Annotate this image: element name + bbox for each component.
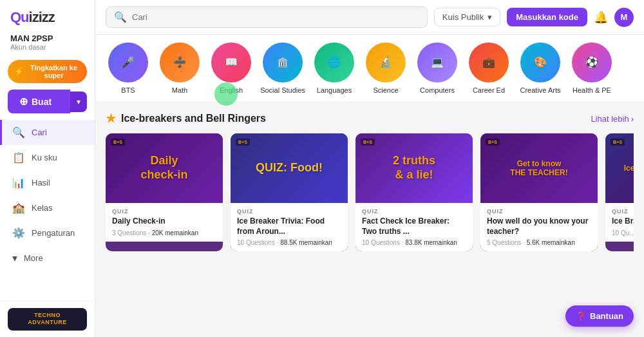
buat-button[interactable]: ⊕ Buat <box>8 90 70 113</box>
quiz-body-extra: QUIZ Ice Br... 10 Qu... <box>605 203 634 242</box>
quiz-type-food: QUIZ <box>237 208 341 215</box>
category-bts[interactable]: 🎤 BTS <box>106 43 151 94</box>
sidebar: Quizizz MAN 2PSP Akun dasar ⚡ Tingkatkan… <box>0 0 95 337</box>
quiz-thumb-daily: B+S Dailycheck-in <box>106 133 223 203</box>
quiz-meta-truths: 10 Questions · 83.8K memainkan <box>362 239 466 246</box>
notification-button[interactable]: 🔔 <box>594 10 608 24</box>
sidebar-item-more[interactable]: ▾ More <box>0 246 95 271</box>
quiz-type-teacher: QUIZ <box>487 208 591 215</box>
quiz-card-truths[interactable]: B+S 2 truths& a lie! QUIZ Fact Check Ice… <box>355 133 473 251</box>
svg-text:⚽: ⚽ <box>585 55 599 69</box>
category-circle-creative: 🎨 <box>520 43 560 82</box>
masukkan-button[interactable]: Masukkan kode <box>507 8 587 26</box>
category-label-social: Social Studies <box>260 86 305 94</box>
school-icon: 🏫 <box>12 202 25 214</box>
quiz-body-teacher: QUIZ How well do you know your teacher? … <box>480 203 598 251</box>
bell-icon: 🔔 <box>594 11 608 24</box>
sidebar-label-hasil: Hasil <box>32 178 50 188</box>
user-avatar[interactable]: M <box>614 8 634 27</box>
sidebar-item-hasil[interactable]: 📊 Hasil <box>0 170 95 195</box>
quiz-thumb-truths: B+S 2 truths& a lie! <box>355 133 473 203</box>
svg-text:📖: 📖 <box>225 55 238 69</box>
techno-line1: TECHNO <box>13 312 82 320</box>
quiz-card-daily[interactable]: B+S Dailycheck-in QUIZ Daily Check-in 3 … <box>106 133 223 251</box>
search-box[interactable]: 🔍 <box>106 6 428 28</box>
thumb-text-truths: 2 truths& a lie! <box>393 154 435 182</box>
category-circle-math: ➗ <box>160 43 200 82</box>
upgrade-button[interactable]: ⚡ Tingkatkan ke super <box>8 60 87 83</box>
category-health[interactable]: ⚽ Health & PE <box>569 43 614 94</box>
kuis-label: Kuis Publik <box>442 12 484 22</box>
category-label-english: English <box>220 86 243 94</box>
category-computers[interactable]: 💻 Computers <box>415 43 460 94</box>
category-label-creative: Creative Arts <box>520 86 561 94</box>
quiz-thumb-teacher: B+S Get to knowTHE TEACHER! <box>480 133 598 203</box>
category-circle-english: 📖 <box>211 43 251 82</box>
topbar: 🔍 Kuis Publik ▾ Masukkan kode 🔔 M <box>95 0 644 35</box>
sidebar-label-kelas: Kelas <box>32 203 53 213</box>
thumb-text-extra: Ice Br... <box>624 164 634 173</box>
quiz-card-food[interactable]: B+S QUIZ: Food! QUIZ Ice Breaker Trivia:… <box>231 133 348 251</box>
category-social[interactable]: 🏛️ Social Studies <box>260 43 305 94</box>
kuis-dropdown[interactable]: Kuis Publik ▾ <box>434 8 500 26</box>
main-content: 🔍 Kuis Publik ▾ Masukkan kode 🔔 M 🎤 BTS … <box>95 0 644 337</box>
bolt-icon: ⚡ <box>14 67 24 76</box>
bantuan-button[interactable]: ❓ Bantuan <box>565 305 634 327</box>
sidebar-item-pengaturan[interactable]: ⚙️ Pengaturan <box>0 220 95 246</box>
sidebar-item-kusku[interactable]: 📋 Ku sku <box>0 145 95 170</box>
lihat-lebih-link[interactable]: Lihat lebih › <box>591 114 634 124</box>
lihat-lebih-label: Lihat lebih <box>591 114 629 124</box>
category-career[interactable]: 💼 Career Ed <box>466 43 511 94</box>
category-english[interactable]: 📖 English <box>209 43 254 94</box>
category-lang[interactable]: 🌐 Languages <box>312 43 357 94</box>
category-circle-lang: 🌐 <box>314 43 354 82</box>
category-label-career: Career Ed <box>473 86 505 94</box>
quiz-body-truths: QUIZ Fact Check Ice Breaker: Two truths … <box>355 203 473 251</box>
quiz-card-extra[interactable]: B+S Ice Br... QUIZ Ice Br... 10 Qu... <box>605 133 634 251</box>
dropdown-arrow-icon: ▾ <box>488 12 492 22</box>
logo-area: Quizizz <box>0 0 95 31</box>
category-label-health: Health & PE <box>573 86 611 94</box>
sidebar-item-kelas[interactable]: 🏫 Kelas <box>0 195 95 220</box>
quiz-body-food: QUIZ Ice Breaker Trivia: Food from Aroun… <box>231 203 348 251</box>
help-icon: ❓ <box>576 311 586 321</box>
category-science[interactable]: 🔬 Science <box>363 43 408 94</box>
buat-label: Buat <box>32 97 52 107</box>
quiz-title-truths: Fact Check Ice Breaker: Two truths ... <box>362 217 466 236</box>
buat-arrow-button[interactable]: ▾ <box>70 91 87 112</box>
search-icon: 🔍 <box>12 126 25 139</box>
clipboard-icon: 📋 <box>12 151 25 164</box>
section-title: ★ Ice-breakers and Bell Ringers <box>106 111 266 126</box>
content-area: ★ Ice-breakers and Bell Ringers Lihat le… <box>95 102 644 260</box>
section-header: ★ Ice-breakers and Bell Ringers Lihat le… <box>106 111 634 126</box>
category-math[interactable]: ➗ Math <box>157 43 202 94</box>
quiz-badge-food: B+S <box>236 139 250 146</box>
sidebar-label-pengaturan: Pengaturan <box>32 228 75 238</box>
quiz-title-teacher: How well do you know your teacher? <box>487 217 591 236</box>
svg-text:💼: 💼 <box>482 55 496 69</box>
sidebar-item-cari[interactable]: 🔍 Cari <box>0 120 95 145</box>
search-icon-topbar: 🔍 <box>114 11 127 23</box>
svg-text:🎨: 🎨 <box>534 55 547 69</box>
sidebar-label-more: More <box>24 253 43 263</box>
quiz-card-teacher[interactable]: B+S Get to knowTHE TEACHER! QUIZ How wel… <box>480 133 598 251</box>
app-logo: Quizizz <box>10 9 84 26</box>
category-creative[interactable]: 🎨 Creative Arts <box>518 43 563 94</box>
quiz-thumb-food: B+S QUIZ: Food! <box>231 133 348 203</box>
sidebar-label-cari: Cari <box>32 128 47 137</box>
chevron-down-icon: ▾ <box>12 252 17 264</box>
thumb-text-daily: Dailycheck-in <box>140 154 187 182</box>
svg-text:💻: 💻 <box>431 55 444 69</box>
quiz-body-daily: QUIZ Daily Check-in 3 Questions · 20K me… <box>106 203 223 242</box>
quiz-cards-row: B+S Dailycheck-in QUIZ Daily Check-in 3 … <box>106 133 634 251</box>
search-input[interactable] <box>132 12 419 22</box>
sidebar-footer: TECHNO ADVANTURE <box>0 301 95 337</box>
quiz-type-truths: QUIZ <box>362 208 466 215</box>
categories-row: 🎤 BTS ➗ Math 📖 English 🏛️ Social Studies… <box>95 35 644 102</box>
category-label-lang: Languages <box>317 86 352 94</box>
svg-text:🎤: 🎤 <box>122 55 135 69</box>
gear-icon: ⚙️ <box>12 227 25 239</box>
upgrade-label: Tingkatkan ke super <box>27 64 80 79</box>
category-label-science: Science <box>373 86 398 94</box>
star-icon: ★ <box>106 111 116 126</box>
